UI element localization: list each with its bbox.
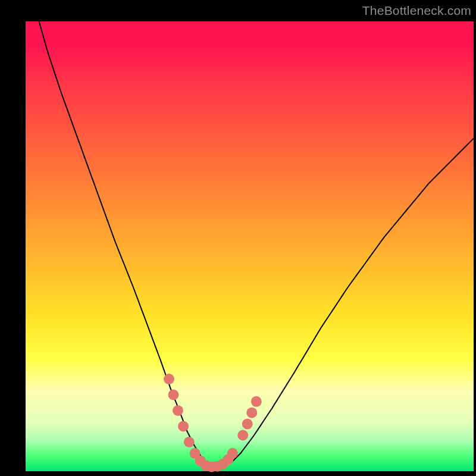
- watermark-text: TheBottleneck.com: [362, 4, 471, 18]
- plot-area: [26, 21, 474, 471]
- chart-frame: TheBottleneck.com: [0, 0, 476, 476]
